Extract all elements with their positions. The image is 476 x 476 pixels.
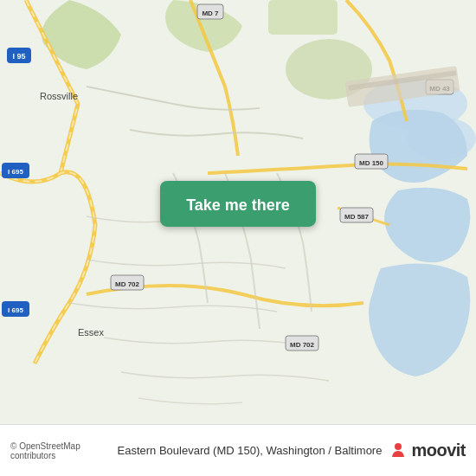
svg-text:MD 702: MD 702	[115, 280, 140, 288]
copyright-text: © OpenStreetMap contributors	[10, 441, 111, 460]
svg-text:I 695: I 695	[8, 168, 23, 176]
svg-text:MD 702: MD 702	[290, 341, 315, 349]
moovit-person-icon	[389, 441, 408, 460]
moovit-logo: moovit	[389, 441, 466, 460]
svg-text:MD 150: MD 150	[359, 159, 384, 167]
location-name: Eastern Boulevard (MD 150),	[118, 444, 263, 457]
location-text: Eastern Boulevard (MD 150), Washington /…	[118, 444, 383, 457]
svg-text:I 695: I 695	[8, 306, 23, 314]
svg-text:Rossville: Rossville	[40, 91, 78, 101]
svg-rect-3	[268, 0, 338, 35]
svg-point-27	[395, 443, 402, 450]
take-me-there-button[interactable]: Take me there	[160, 181, 316, 227]
svg-text:I 95: I 95	[12, 52, 25, 61]
svg-text:MD 7: MD 7	[202, 10, 219, 17]
svg-text:MD 587: MD 587	[344, 213, 370, 221]
moovit-text: moovit	[411, 441, 466, 460]
footer-bar: © OpenStreetMap contributors Eastern Bou…	[0, 424, 476, 476]
city-name: Washington / Baltimore	[267, 444, 383, 457]
svg-text:Essex: Essex	[78, 327, 104, 338]
map-container: I 95 I 695 I 695 MD 7 MD 43 MD 150 MD 58…	[0, 0, 476, 424]
